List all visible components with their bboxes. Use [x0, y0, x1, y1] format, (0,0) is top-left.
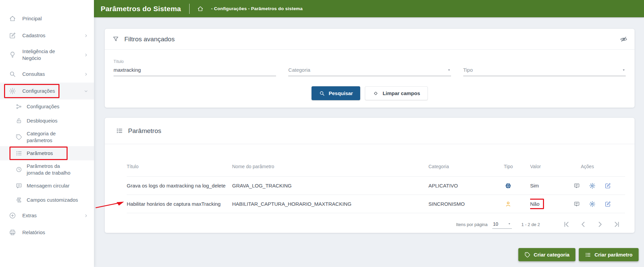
page-range-label: 1 - 2 de 2 [521, 222, 540, 227]
sidebar-item-principal[interactable]: Principal [0, 10, 94, 27]
printer-icon [9, 229, 16, 236]
cell-acoes [569, 201, 625, 207]
items-per-page-select[interactable]: 10 [492, 220, 512, 229]
edit-icon [9, 32, 16, 39]
tipo-select[interactable]: Tipo [463, 65, 626, 76]
sidebar-item-extras[interactable]: Extras [0, 207, 94, 224]
sidebar-item-cadastros[interactable]: Cadastros [0, 27, 94, 44]
clear-fields-button[interactable]: Limpar campos [365, 86, 428, 100]
sidebar-item-label: Relatórios [22, 229, 74, 236]
gear-icon [9, 87, 16, 95]
sidebar-item-consultas[interactable]: Consultas [0, 66, 94, 83]
table-row: Habilitar horários de captura maxTrackin… [127, 195, 625, 213]
clock-icon [16, 166, 22, 173]
chevron-down-icon [507, 222, 511, 226]
cell-tipo [504, 182, 530, 189]
chevron-down-icon [622, 68, 626, 72]
comment-action-icon[interactable] [573, 201, 580, 207]
cell-valor: Não [530, 199, 569, 209]
categoria-select-label: Categoria [288, 67, 310, 73]
header-divider [189, 4, 190, 14]
sidebar-item-label: Configurações [27, 103, 78, 110]
search-button[interactable]: Pesquisar [312, 86, 361, 100]
filters-body: Título Categoria Tipo [105, 50, 635, 108]
column-header-titulo: Título [127, 164, 232, 169]
tag-icon [524, 252, 530, 258]
sidebar-subitem-campos-customizados[interactable]: Campos customizados [0, 193, 94, 207]
sidebar-subitem-categoria-de-parametros[interactable]: Categoria de parâmetros [0, 128, 94, 146]
list-icon [585, 252, 591, 258]
items-per-page-value: 10 [493, 221, 498, 227]
chevron-right-icon [83, 213, 89, 218]
cell-nome: HABILITAR_CAPTURA_HORARIO_MAXTRACKING [232, 201, 428, 207]
breadcrumb: - Configurações - Parâmetros do sistema [211, 6, 303, 11]
filters-card: Filtros avançados Título Categoria [105, 29, 635, 108]
home-icon[interactable] [197, 5, 204, 12]
settings-action-icon[interactable] [589, 182, 596, 189]
cell-nome: GRAVA_LOG_TRACKING [232, 183, 428, 188]
sidebar-subitem-configuracoes[interactable]: Configurações [0, 99, 94, 114]
cell-valor: Sim [530, 183, 569, 188]
sidebar-subitem-desbloqueios[interactable]: Desbloqueios [0, 114, 94, 128]
sidebar-item-label: Mensagem circular [27, 182, 78, 189]
parameters-card-header: Parâmetros [105, 118, 635, 144]
stack-icon [16, 197, 22, 203]
pagination: Itens por página 10 1 - 2 de 2 [127, 216, 621, 233]
home-icon [9, 15, 16, 22]
sidebar-item-label: Parâmetros [27, 150, 78, 157]
create-parameter-label: Criar parâmetro [594, 252, 633, 258]
sidebar-item-inteligencia-de-negocio[interactable]: Inteligência de Negócio [0, 44, 94, 66]
clear-fields-button-label: Limpar campos [382, 90, 420, 96]
titulo-field: Título [114, 59, 276, 76]
chevron-down-icon [83, 89, 89, 94]
sidebar-item-label: Cadastros [22, 32, 74, 39]
column-header-categoria: Categoria [428, 164, 504, 169]
create-parameter-button[interactable]: Criar parâmetro [579, 248, 639, 261]
chevron-right-icon [83, 52, 89, 58]
filter-icon [112, 36, 119, 43]
sidebar-item-label: Extras [22, 212, 74, 219]
sidebar-subitem-mensagem-circular[interactable]: Mensagem circular [0, 179, 94, 193]
sidebar-item-label: Campos customizados [27, 197, 78, 203]
filters-card-header: Filtros avançados [105, 29, 635, 50]
sidebar-subitem-parametros[interactable]: Parâmetros [0, 146, 94, 160]
sidebar-item-relatorios[interactable]: Relatórios [0, 224, 94, 241]
cell-titulo: Grava os logs do maxtracking na log_dele… [127, 183, 232, 188]
chevron-right-icon [83, 72, 89, 77]
cell-categoria: APLICATIVO [428, 183, 504, 188]
edit-action-icon[interactable] [604, 182, 611, 189]
column-header-tipo: Tipo [504, 164, 530, 169]
comment-action-icon[interactable] [573, 182, 580, 189]
annotation-arrow [95, 200, 125, 209]
prev-page-button[interactable] [579, 220, 587, 228]
cell-tipo [504, 201, 530, 207]
settings-action-icon[interactable] [589, 201, 596, 207]
last-page-button[interactable] [613, 220, 621, 228]
create-category-button[interactable]: Criar categoria [518, 248, 576, 261]
categoria-select[interactable]: Categoria [288, 65, 451, 76]
list-icon [116, 127, 123, 134]
header-bar: Parâmetros do Sistema - Configurações - … [94, 0, 644, 17]
parameters-card: Parâmetros Título Nome do parâmetro Cate… [105, 118, 635, 233]
parameters-table: Título Nome do parâmetro Categoria Tipo … [127, 156, 625, 233]
sidebar-item-label: Categoria de parâmetros [27, 130, 78, 144]
chevron-right-icon [83, 33, 89, 38]
filters-title: Filtros avançados [124, 36, 175, 43]
first-page-button[interactable] [562, 220, 570, 228]
sidebar-item-label: Principal [22, 15, 74, 22]
search-icon [319, 90, 325, 96]
cell-categoria: SINCRONISMO [428, 201, 504, 207]
eye-off-icon[interactable] [620, 35, 628, 43]
sidebar-item-configuracoes[interactable]: Configurações [0, 83, 94, 99]
message-icon [16, 182, 22, 189]
edit-action-icon[interactable] [604, 201, 611, 207]
tag-icon [16, 134, 22, 140]
next-page-button[interactable] [596, 220, 604, 228]
titulo-input[interactable] [114, 65, 276, 76]
cell-acoes [569, 182, 625, 189]
sidebar-item-label: Desbloqueios [27, 117, 78, 124]
search-button-label: Pesquisar [329, 90, 353, 96]
table-row: Grava os logs do maxtracking na log_dele… [127, 177, 625, 195]
sidebar-subitem-parametros-da-jornada[interactable]: Parâmetros da jornada de trabalho [0, 160, 94, 179]
valor-text: Não [530, 201, 540, 207]
